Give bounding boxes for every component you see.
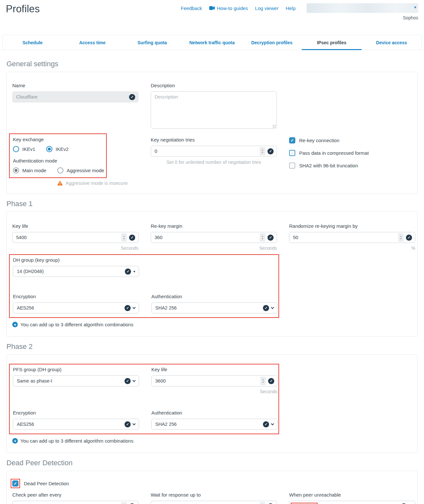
p1-rekey-margin-input[interactable]: ▴▾ ✓ (151, 232, 277, 243)
howto-guides-link[interactable]: How-to guides (217, 5, 248, 11)
p1-randomize-group: Randomize re-keying margin by ▴▾ ✓ % (289, 223, 415, 251)
p2-authentication-select[interactable]: SHA2 256 ✓ (151, 419, 277, 430)
chevron-down-icon (133, 379, 136, 382)
dpd-check-peer-input[interactable]: ▴▾ ✓ (12, 501, 138, 504)
p1-add-combination-row[interactable]: + You can add up to 3 different algorith… (12, 322, 412, 327)
p1-key-life-value[interactable] (16, 235, 119, 240)
chevron-down-icon (271, 422, 274, 425)
stepper-up-icon: ▴ (262, 149, 263, 151)
valid-check-icon: ✓ (406, 235, 412, 241)
key-negotiation-input[interactable]: ▴▾ ✓ (151, 146, 277, 157)
tab-schedule[interactable]: Schedule (3, 35, 62, 50)
dpd-enable-label[interactable]: Dead Peer Detection (24, 481, 69, 486)
tab-surfing-quota[interactable]: Surfing quota (122, 35, 182, 50)
key-negotiation-value[interactable] (155, 149, 257, 154)
compressed-format-label[interactable]: Pass data in compressed format (299, 150, 369, 156)
p2-key-life-label: Key life (151, 366, 277, 373)
selected-value: 14 (DH2048) (17, 269, 123, 274)
dpd-enable-checkbox[interactable]: ✓ (12, 480, 18, 487)
compressed-format-checkbox[interactable]: ✓ (289, 150, 295, 156)
number-stepper[interactable]: ▴▾ (260, 233, 265, 242)
sha2-truncation-label[interactable]: SHA2 with 96-bit truncation (299, 163, 358, 168)
number-stepper[interactable]: ▴▾ (121, 233, 127, 242)
add-icon[interactable]: + (12, 438, 18, 444)
p1-key-life-input[interactable]: ▴▾ ✓ (12, 232, 138, 243)
stepper-down-icon: ▾ (262, 237, 263, 240)
name-input[interactable]: ✓ (12, 91, 138, 102)
rekey-connection-checkbox[interactable]: ✓ (289, 137, 295, 143)
p2-add-combination-row[interactable]: + You can add up to 3 different algorith… (12, 438, 412, 444)
name-label: Name (12, 82, 138, 89)
p1-authentication-select[interactable]: SHA2 256 ✓ (151, 302, 277, 313)
main-mode-label[interactable]: Main mode (22, 168, 46, 173)
tab-decryption-profiles[interactable]: Decryption profiles (242, 35, 302, 50)
main-mode-radio[interactable] (13, 167, 19, 173)
number-stepper[interactable]: ▴▾ (260, 377, 266, 385)
dpd-when-unreachable-select[interactable]: Re-initiate ✓ (289, 501, 415, 504)
p1-encryption-group: Encryption AES256 ✓ (13, 293, 139, 313)
tab-network-traffic-quota[interactable]: Network traffic quota (182, 35, 242, 50)
resize-grip-icon[interactable] (273, 125, 276, 128)
description-textarea[interactable] (151, 91, 277, 129)
p2-encryption-select[interactable]: AES256 ✓ (13, 419, 139, 430)
sha2-truncation-checkbox[interactable] (289, 163, 295, 169)
aggressive-mode-label[interactable]: Aggressive mode (67, 168, 104, 173)
howto-guides-group[interactable]: How-to guides (209, 5, 248, 11)
p2-key-life-input[interactable]: ▴▾ ✓ (151, 375, 277, 386)
ikev1-label[interactable]: IKEv1 (22, 146, 35, 152)
p1-authentication-label: Authentication (151, 293, 277, 300)
brand-label: Sophos (403, 15, 418, 20)
dpd-checkbox-annotation-box: ✓ (11, 479, 20, 488)
tab-ipsec-profiles[interactable]: IPsec profiles (302, 35, 362, 50)
p1-key-life-unit: Seconds (12, 245, 138, 251)
p2-authentication-group: Authentication SHA2 256 ✓ (151, 409, 277, 430)
number-stepper[interactable]: ▴▾ (260, 147, 265, 155)
chevron-down-icon (133, 422, 136, 425)
ikev1-radio[interactable] (13, 146, 19, 152)
stepper-up-icon: ▴ (124, 235, 125, 237)
ikev2-radio[interactable] (46, 146, 52, 152)
stepper-up-icon: ▴ (262, 235, 263, 237)
stepper-up-icon: ▴ (263, 378, 264, 381)
p2-add-combination-note: You can add up to 3 different algorithm … (20, 438, 133, 444)
add-icon[interactable]: + (12, 322, 18, 327)
dpd-check-peer-group: Check peer after every ▴▾ ✓ Seconds (12, 491, 138, 504)
rekey-connection-label[interactable]: Re-key connection (299, 138, 339, 143)
warning-icon (57, 181, 63, 185)
p1-encryption-select[interactable]: AES256 ✓ (13, 302, 139, 313)
feedback-link[interactable]: Feedback (181, 5, 202, 11)
page-title: Profiles (6, 3, 40, 15)
p2-key-life-unit: Seconds (151, 389, 277, 394)
p1-randomize-unit: % (289, 245, 415, 251)
number-stepper[interactable]: ▴▾ (398, 233, 404, 242)
auth-mode-label: Authentication mode (13, 157, 106, 164)
ikev2-label[interactable]: IKEv2 (56, 146, 69, 152)
aggressive-mode-radio[interactable] (57, 167, 63, 173)
stepper-down-icon: ▾ (124, 237, 125, 240)
p1-dh-group-select[interactable]: 14 (DH2048) ✓ ▾ (13, 266, 139, 277)
p1-randomize-input[interactable]: ▴▾ ✓ (289, 232, 415, 243)
p2-encryption-label: Encryption (13, 409, 139, 416)
p2-pfs-group: PFS group (DH group) Same as phase-I ✓ (13, 366, 139, 394)
log-viewer-link[interactable]: Log viewer (255, 5, 279, 11)
selected-value: Same as phase-I (17, 378, 122, 383)
p1-randomize-value[interactable] (293, 235, 396, 240)
stepper-down-icon: ▾ (263, 381, 264, 383)
name-field-group: Name ✓ (12, 82, 138, 130)
p2-algorithms-annotation-box: PFS group (DH group) Same as phase-I ✓ K… (9, 364, 279, 434)
account-menu[interactable]: ▾ (307, 3, 418, 13)
p2-authentication-label: Authentication (151, 409, 277, 416)
name-value[interactable] (16, 94, 127, 100)
tab-device-access[interactable]: Device access (362, 35, 421, 50)
aggressive-mode-warning: Aggressive mode is insecure (57, 180, 138, 186)
dpd-wait-response-input[interactable]: ▴▾ ✓ (151, 501, 277, 504)
p2-key-life-value[interactable] (155, 378, 258, 383)
help-link[interactable]: Help (286, 5, 296, 11)
number-stepper[interactable]: ▴▾ (121, 502, 127, 504)
number-stepper[interactable]: ▴▾ (260, 502, 265, 504)
tab-access-time[interactable]: Access time (62, 35, 122, 50)
p2-pfs-group-select[interactable]: Same as phase-I ✓ (13, 375, 139, 386)
p1-rekey-margin-value[interactable] (155, 235, 257, 240)
stepper-up-icon: ▴ (400, 235, 402, 237)
key-negotiation-hint: Set 0 for unlimited number of negotiatio… (151, 159, 277, 165)
